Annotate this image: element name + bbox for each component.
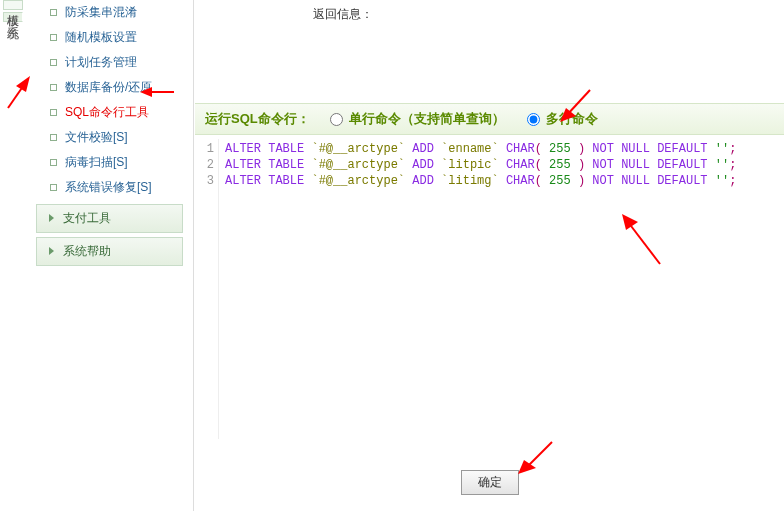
- sql-code-editor[interactable]: 123 ALTER TABLE `#@__arctype` ADD `ennam…: [195, 139, 784, 439]
- accordion-payment-tools[interactable]: 支付工具: [36, 204, 183, 233]
- sidebar-list: 防采集串混淆 随机模板设置 计划任务管理 数据库备份/还原 SQL命令行工具 文…: [26, 0, 193, 200]
- radio-single-line-label[interactable]: 单行命令 （支持简单查询）: [330, 110, 505, 128]
- main-content: 返回信息： 运行SQL命令行： 单行命令 （支持简单查询） 多行命令 123 A…: [195, 0, 784, 511]
- button-row: 确定: [195, 470, 784, 495]
- run-sql-bar: 运行SQL命令行： 单行命令 （支持简单查询） 多行命令: [195, 103, 784, 135]
- radio-multi-text: 多行命令: [546, 110, 598, 128]
- code-line: ALTER TABLE `#@__arctype` ADD `litpic` C…: [225, 157, 778, 173]
- sidebar-item-sqlcmd[interactable]: SQL命令行工具: [50, 100, 193, 125]
- code-line: ALTER TABLE `#@__arctype` ADD `enname` C…: [225, 141, 778, 157]
- sidebar-item-cron[interactable]: 计划任务管理: [50, 50, 193, 75]
- sidebar-link[interactable]: 文件校验[S]: [65, 130, 128, 144]
- svg-line-2: [8, 82, 26, 108]
- gutter-line-number: 3: [195, 173, 214, 189]
- return-info-label: 返回信息：: [313, 6, 784, 23]
- radio-single-hint: （支持简单查询）: [401, 110, 505, 128]
- code-gutter: 123: [195, 139, 219, 439]
- gutter-line-number: 1: [195, 141, 214, 157]
- sidebar-item-filecheck[interactable]: 文件校验[S]: [50, 125, 193, 150]
- sidebar-item-randomtpl[interactable]: 随机模板设置: [50, 25, 193, 50]
- accordion-system-help[interactable]: 系统帮助: [36, 237, 183, 266]
- sidebar-link[interactable]: 系统错误修复[S]: [65, 180, 152, 194]
- code-line: ALTER TABLE `#@__arctype` ADD `litimg` C…: [225, 173, 778, 189]
- confirm-button[interactable]: 确定: [461, 470, 519, 495]
- sidebar-link[interactable]: 防采集串混淆: [65, 5, 137, 19]
- run-sql-label: 运行SQL命令行：: [205, 110, 310, 128]
- sidebar-item-virusscan[interactable]: 病毒扫描[S]: [50, 150, 193, 175]
- radio-multi-line-label[interactable]: 多行命令: [527, 110, 598, 128]
- sidebar-link[interactable]: 病毒扫描[S]: [65, 155, 128, 169]
- left-tab-strip: 模板 系统: [3, 0, 23, 24]
- gutter-line-number: 2: [195, 157, 214, 173]
- sidebar-item-anticollect[interactable]: 防采集串混淆: [50, 0, 193, 25]
- sidebar-item-syserrfix[interactable]: 系统错误修复[S]: [50, 175, 193, 200]
- sidebar-link[interactable]: 计划任务管理: [65, 55, 137, 69]
- sidebar: 防采集串混淆 随机模板设置 计划任务管理 数据库备份/还原 SQL命令行工具 文…: [26, 0, 194, 511]
- sidebar-link[interactable]: 数据库备份/还原: [65, 80, 152, 94]
- sidebar-link[interactable]: 随机模板设置: [65, 30, 137, 44]
- radio-single-text: 单行命令: [349, 110, 401, 128]
- code-lines[interactable]: ALTER TABLE `#@__arctype` ADD `enname` C…: [219, 139, 784, 439]
- radio-multi-line[interactable]: [527, 113, 540, 126]
- radio-single-line[interactable]: [330, 113, 343, 126]
- sidebar-item-dbbackup[interactable]: 数据库备份/还原: [50, 75, 193, 100]
- left-tab-template[interactable]: 模板: [3, 0, 23, 10]
- left-tab-system[interactable]: 系统: [3, 12, 23, 22]
- sidebar-link[interactable]: SQL命令行工具: [65, 105, 149, 119]
